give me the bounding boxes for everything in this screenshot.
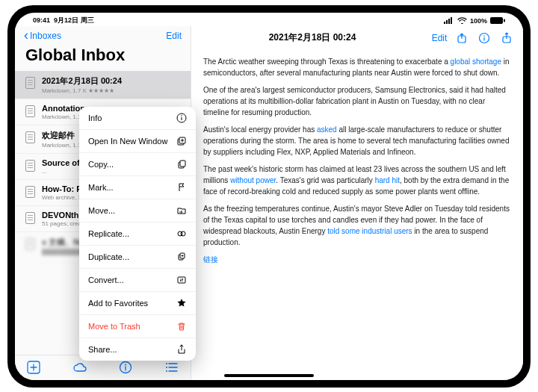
document-icon (24, 211, 36, 225)
convert-icon (176, 275, 187, 285)
doc-share-button[interactable] (499, 32, 514, 44)
status-left: 09:41 9月12日 周三 (33, 16, 94, 25)
svg-rect-4 (490, 17, 503, 24)
svg-rect-3 (451, 17, 452, 24)
flag-icon (176, 182, 187, 193)
document-icon (24, 75, 36, 90)
svg-rect-17 (180, 161, 185, 167)
menu-share[interactable]: Share... (79, 338, 196, 361)
menu-duplicate[interactable]: Duplicate... (79, 246, 196, 269)
link[interactable]: told some industrial users (327, 227, 412, 235)
sidebar: Inboxes Edit Global Inbox 2021年2月18日 00:… (15, 26, 191, 380)
menu-open-new-window[interactable]: Open In New Window (79, 130, 196, 153)
home-indicator[interactable] (224, 374, 314, 377)
context-menu: Info Open In New Window Copy... Mark... … (79, 107, 196, 361)
link[interactable]: 链接 (203, 255, 218, 264)
document-icon (24, 130, 36, 145)
paragraph: One of the area's largest semiconductor … (203, 84, 511, 118)
menu-info[interactable]: Info (79, 107, 196, 130)
svg-rect-22 (178, 277, 185, 283)
battery-percent: 100% (470, 17, 487, 25)
copy-icon (176, 159, 187, 169)
duplicate-icon (176, 252, 187, 262)
paragraph: Austin's local energy provider has asked… (203, 124, 511, 158)
link[interactable]: hard hit (375, 176, 400, 184)
svg-point-19 (181, 231, 185, 236)
add-button[interactable] (25, 359, 42, 376)
svg-point-8 (125, 364, 126, 366)
ipad-frame: 09:41 9月12日 周三 100% Inboxes Edit Global … (7, 5, 531, 388)
paragraph: 链接 (203, 254, 511, 265)
info-button[interactable] (117, 359, 134, 376)
svg-rect-1 (446, 20, 448, 24)
svg-rect-5 (504, 19, 505, 22)
menu-replicate[interactable]: Replicate... (79, 223, 196, 246)
signal-icon (444, 17, 454, 24)
list-view-button[interactable] (164, 359, 180, 376)
info-icon (176, 113, 187, 123)
wifi-icon (457, 17, 467, 24)
document-header: 2021年2月18日 00:24 Edit (191, 26, 523, 50)
paragraph: As the freezing temperatures continue, A… (203, 203, 511, 248)
menu-mark[interactable]: Mark... (79, 176, 196, 199)
sidebar-title: Global Inbox (15, 46, 191, 71)
share-icon (176, 344, 187, 355)
newwindow-icon (176, 136, 187, 146)
menu-trash[interactable]: Move to Trash (79, 315, 196, 338)
link[interactable]: asked (317, 125, 337, 134)
list-item[interactable]: 2021年2月18日 00:24Markdown, 1.7 K ★★★★★ (15, 71, 191, 99)
menu-favorite[interactable]: Add to Favorites (79, 292, 196, 315)
svg-point-9 (166, 363, 167, 364)
svg-rect-0 (444, 22, 445, 24)
menu-copy[interactable]: Copy... (79, 153, 196, 176)
battery-icon (490, 17, 505, 24)
sidebar-header: Inboxes Edit (15, 26, 191, 46)
document-title: 2021年2月18日 00:24 (200, 31, 424, 44)
star-icon (176, 298, 187, 308)
status-right: 100% (444, 17, 505, 25)
paragraph: The Arctic weather sweeping through Texa… (203, 56, 511, 78)
link[interactable]: without power (230, 176, 276, 184)
document-pane: 2021年2月18日 00:24 Edit The Arctic weather… (191, 26, 523, 380)
doc-edit-button[interactable]: Edit (432, 33, 447, 43)
link[interactable]: global shortage (451, 57, 501, 66)
status-bar: 09:41 9月12日 周三 100% (15, 13, 523, 26)
menu-convert[interactable]: Convert... (79, 269, 196, 292)
trash-icon (176, 321, 187, 332)
paragraph: The past week's historic storm has claim… (203, 164, 511, 197)
svg-point-13 (181, 115, 182, 116)
move-icon (176, 205, 187, 216)
svg-point-11 (166, 370, 167, 372)
cloud-button[interactable] (72, 359, 88, 376)
svg-point-10 (166, 367, 167, 368)
document-icon (24, 104, 36, 119)
document-body[interactable]: The Arctic weather sweeping through Texa… (191, 50, 523, 380)
doc-action1-button[interactable] (454, 32, 469, 44)
document-icon (24, 237, 36, 252)
doc-info-button[interactable] (477, 32, 492, 44)
document-icon (24, 184, 36, 199)
back-button[interactable]: Inboxes (24, 31, 61, 41)
svg-rect-2 (448, 19, 450, 24)
replicate-icon (176, 228, 187, 239)
menu-move[interactable]: Move... (79, 199, 196, 223)
screen: 09:41 9月12日 周三 100% Inboxes Edit Global … (15, 13, 523, 380)
document-icon (24, 158, 36, 173)
sidebar-edit-button[interactable]: Edit (166, 31, 182, 41)
svg-point-25 (483, 35, 485, 37)
content: Inboxes Edit Global Inbox 2021年2月18日 00:… (15, 26, 523, 380)
